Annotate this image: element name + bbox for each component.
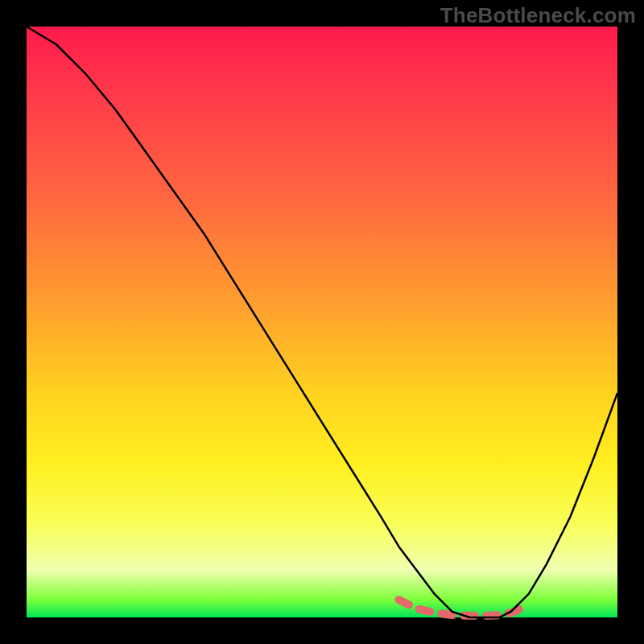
watermark-text: TheBottleneck.com <box>440 3 636 28</box>
curve-layer <box>27 27 617 617</box>
bottleneck-curve-path <box>27 27 617 617</box>
chart-frame: TheBottleneck.com <box>0 0 644 644</box>
